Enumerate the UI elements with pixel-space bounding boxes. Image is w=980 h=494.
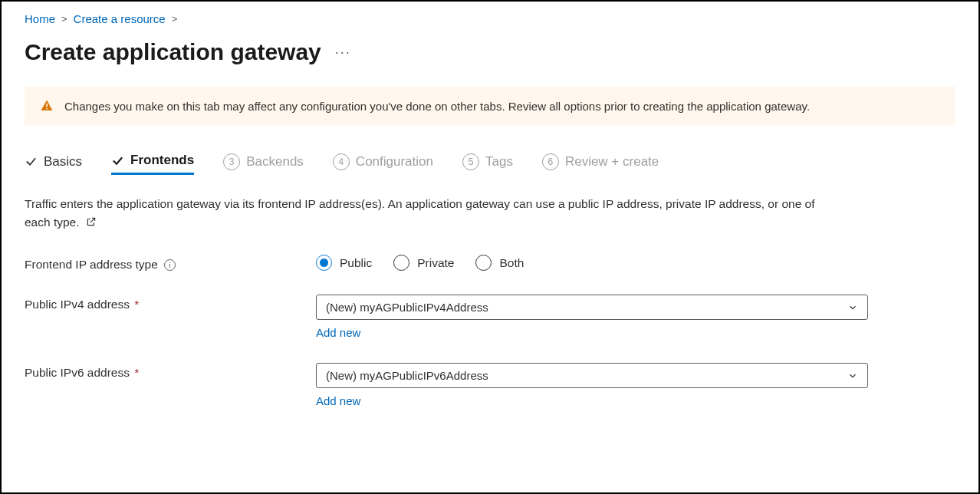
check-icon: [25, 155, 38, 168]
tab-configuration[interactable]: 4 Configuration: [333, 153, 433, 175]
radio-label: Public: [340, 256, 372, 270]
radio-icon: [316, 255, 332, 271]
wizard-tabs: Basics Frontends 3 Backends 4 Configurat…: [25, 153, 955, 175]
dropdown-value: (New) myAGPublicIPv6Address: [326, 369, 488, 382]
tab-basics[interactable]: Basics: [25, 154, 82, 174]
tab-number-icon: 3: [223, 153, 240, 170]
tab-label: Tags: [485, 154, 513, 170]
breadcrumb-create-resource[interactable]: Create a resource: [74, 12, 166, 25]
public-ipv4-dropdown[interactable]: (New) myAGPublicIPv4Address: [316, 295, 868, 320]
dropdown-value: (New) myAGPublicIPv4Address: [326, 301, 488, 314]
breadcrumb-sep: >: [172, 13, 178, 25]
add-new-ipv4-link[interactable]: Add new: [316, 326, 360, 339]
radio-private[interactable]: Private: [393, 255, 454, 271]
tab-number-icon: 4: [333, 153, 350, 170]
tab-description: Traffic enters the application gateway v…: [25, 195, 837, 232]
tab-frontends[interactable]: Frontends: [111, 153, 194, 175]
breadcrumb: Home > Create a resource >: [25, 12, 955, 25]
public-ipv4-label: Public IPv4 address *: [25, 298, 139, 311]
public-ipv6-label: Public IPv6 address *: [25, 366, 139, 380]
tab-backends[interactable]: 3 Backends: [223, 153, 304, 175]
frontend-ip-type-radio-group: Public Private Both: [316, 255, 868, 271]
more-actions-button[interactable]: ···: [335, 44, 351, 61]
radio-icon: [475, 255, 492, 271]
warning-banner: Changes you make on this tab may affect …: [25, 87, 955, 125]
frontend-ip-type-label: Frontend IP address type: [25, 258, 158, 272]
radio-icon: [393, 255, 409, 271]
check-icon: [111, 154, 124, 167]
warning-icon: [40, 99, 54, 113]
breadcrumb-home[interactable]: Home: [25, 12, 55, 25]
breadcrumb-sep: >: [61, 13, 67, 25]
tab-number-icon: 5: [462, 153, 479, 170]
tab-label: Basics: [44, 154, 82, 170]
chevron-down-icon: [847, 302, 858, 313]
tab-label: Review + create: [565, 154, 659, 170]
radio-both[interactable]: Both: [475, 255, 524, 271]
chevron-down-icon: [847, 370, 858, 381]
tab-number-icon: 6: [542, 153, 559, 170]
add-new-ipv6-link[interactable]: Add new: [316, 394, 360, 407]
tab-label: Backends: [246, 154, 304, 170]
tab-label: Configuration: [356, 154, 433, 170]
page-title: Create application gateway: [25, 39, 321, 65]
radio-label: Both: [499, 256, 524, 270]
tab-label: Frontends: [130, 153, 194, 168]
svg-rect-0: [46, 104, 48, 107]
external-link-icon[interactable]: [86, 216, 97, 227]
info-icon[interactable]: i: [164, 259, 176, 271]
tab-tags[interactable]: 5 Tags: [462, 153, 513, 175]
svg-rect-1: [46, 108, 48, 110]
public-ipv6-dropdown[interactable]: (New) myAGPublicIPv6Address: [316, 363, 868, 388]
warning-text: Changes you make on this tab may affect …: [64, 100, 810, 113]
radio-label: Private: [417, 256, 454, 270]
tab-review-create[interactable]: 6 Review + create: [542, 153, 659, 175]
radio-public[interactable]: Public: [316, 255, 372, 271]
